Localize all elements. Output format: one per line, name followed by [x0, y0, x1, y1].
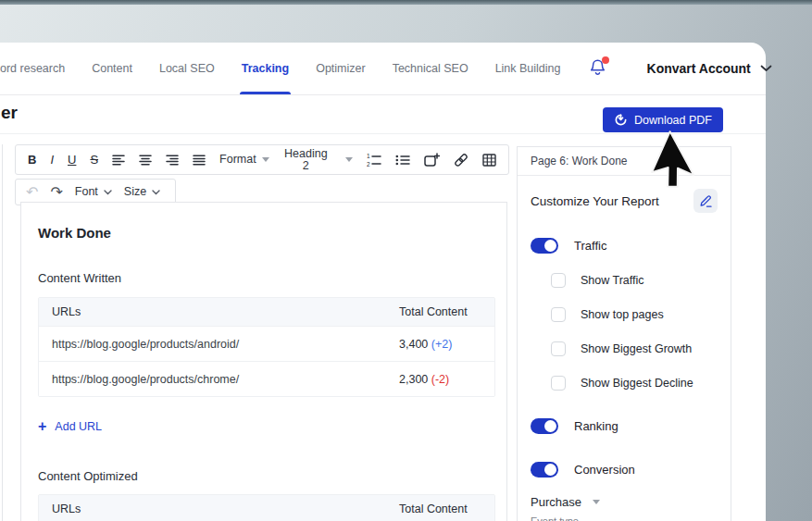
insert-image-button[interactable] — [424, 153, 440, 167]
italic-button[interactable]: I — [50, 154, 54, 166]
undo-button[interactable]: ↶ — [26, 185, 38, 200]
column-header-total: Total Content — [399, 305, 494, 318]
chevron-down-icon — [760, 65, 772, 72]
add-url-button[interactable]: + Add URL — [38, 419, 102, 434]
app-window: ord research Content Local SEO Tracking … — [0, 43, 766, 521]
notification-dot — [602, 56, 609, 64]
url-cell: https://blog.google/products/android/ — [39, 338, 399, 351]
editor-frame-edge — [2, 144, 3, 521]
edit-report-button[interactable] — [693, 189, 718, 213]
table-row: https://blog.google/products/android/ 3,… — [39, 326, 494, 361]
ranking-toggle[interactable] — [531, 418, 558, 434]
show-traffic-checkbox[interactable] — [551, 273, 566, 288]
redo-button[interactable]: ↷ — [50, 185, 62, 200]
top-navbar: ord research Content Local SEO Tracking … — [0, 43, 766, 95]
nav-tab-technical-seo[interactable]: Technical SEO — [393, 43, 468, 94]
event-type-label: Event type — [531, 515, 718, 521]
nav-tab-link-building[interactable]: Link Building — [495, 43, 561, 94]
bullet-list-button[interactable] — [395, 155, 410, 166]
download-icon — [614, 113, 628, 127]
column-header-total: Total Content — [399, 502, 494, 515]
ordered-list-button[interactable]: 12 — [367, 154, 381, 167]
nav-tab-optimizer[interactable]: Optimizer — [316, 43, 365, 94]
page-title: er — [1, 103, 18, 123]
nav-tab-tracking[interactable]: Tracking — [242, 43, 289, 94]
download-pdf-label: Download PDF — [634, 114, 712, 127]
nav-tab-content[interactable]: Content — [92, 43, 132, 94]
table-header-row: URLs Total Content — [39, 298, 494, 326]
nav-tab-keyword-research[interactable]: ord research — [0, 43, 65, 94]
traffic-toggle-label: Traffic — [574, 239, 606, 253]
delta-badge: (-2) — [431, 373, 449, 386]
align-left-button[interactable] — [112, 155, 125, 166]
nav-tab-local-seo[interactable]: Local SEO — [159, 43, 215, 94]
bold-button[interactable]: B — [28, 154, 36, 166]
format-dropdown[interactable]: Format — [219, 154, 269, 166]
column-header-urls: URLs — [39, 305, 399, 318]
svg-text:2: 2 — [367, 160, 370, 166]
table-button[interactable] — [482, 154, 496, 167]
chevron-down-icon — [104, 190, 112, 195]
report-settings-sidebar: Page 6: Work Done Customize Your Report … — [517, 146, 731, 521]
notification-bell-button[interactable] — [588, 57, 607, 80]
ranking-toggle-label: Ranking — [574, 419, 618, 433]
dropdown-arrow-icon — [593, 500, 600, 504]
account-name: Konvart Account — [647, 61, 751, 76]
column-header-urls: URLs — [39, 502, 399, 515]
align-right-button[interactable] — [166, 155, 179, 166]
purchase-dropdown[interactable]: Purchase — [531, 495, 718, 509]
section-title-content-optimized: Content Optimized — [38, 469, 495, 483]
total-value: 2,300 — [399, 373, 428, 386]
size-dropdown[interactable]: Size — [124, 186, 160, 198]
font-dropdown[interactable]: Font — [75, 186, 112, 198]
plus-icon: + — [38, 419, 46, 434]
content-optimized-table: URLs Total Content — [38, 494, 495, 521]
section-title-content-written: Content Written — [38, 271, 495, 285]
editor-toolbar-row1: B I U S Format Heading 2 — [15, 144, 509, 175]
screen: ord research Content Local SEO Tracking … — [0, 0, 812, 521]
document-title: Work Done — [38, 225, 495, 241]
strikethrough-button[interactable]: S — [90, 154, 98, 166]
dropdown-arrow-icon — [345, 157, 353, 162]
dropdown-arrow-icon — [262, 157, 269, 162]
pencil-icon — [699, 193, 713, 208]
align-justify-button[interactable] — [193, 155, 206, 166]
show-top-pages-checkbox[interactable] — [551, 307, 566, 322]
total-value: 3,400 — [399, 338, 428, 351]
align-center-button[interactable] — [139, 155, 152, 166]
account-menu[interactable]: Konvart Account — [647, 61, 772, 76]
heading-dropdown[interactable]: Heading 2 — [283, 148, 353, 171]
show-biggest-growth-checkbox[interactable] — [551, 341, 566, 356]
traffic-toggle[interactable] — [531, 238, 558, 254]
conversion-toggle-label: Conversion — [574, 463, 635, 477]
table-header-row: URLs Total Content — [39, 495, 494, 521]
svg-text:1: 1 — [367, 154, 370, 159]
customize-report-title: Customize Your Report — [531, 194, 659, 208]
report-document[interactable]: Work Done Content Written URLs Total Con… — [20, 202, 507, 521]
delta-badge: (+2) — [431, 338, 453, 351]
page-indicator: Page 6: Work Done — [518, 147, 731, 176]
link-button[interactable] — [454, 153, 468, 167]
underline-button[interactable]: U — [68, 154, 76, 166]
show-biggest-decline-checkbox[interactable] — [551, 376, 566, 391]
conversion-toggle[interactable] — [531, 462, 558, 478]
table-row: https://blog.google/products/chrome/ 2,3… — [39, 361, 494, 396]
download-pdf-button[interactable]: Download PDF — [603, 107, 723, 132]
url-cell: https://blog.google/products/chrome/ — [39, 373, 399, 386]
page-header: er Download PDF — [0, 95, 766, 134]
content-written-table: URLs Total Content https://blog.google/p… — [38, 297, 495, 397]
chevron-down-icon — [152, 190, 160, 195]
